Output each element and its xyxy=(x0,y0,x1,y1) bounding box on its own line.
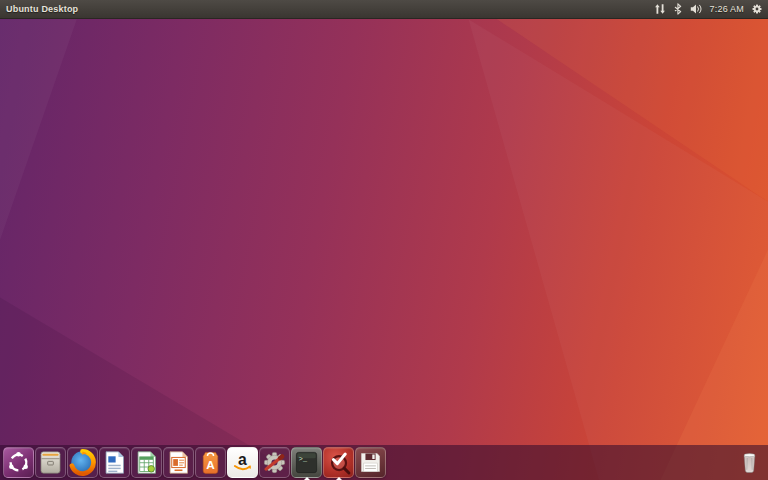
desktop-wallpaper xyxy=(0,0,768,480)
dash-home-icon xyxy=(5,449,32,476)
amazon-icon: a xyxy=(229,449,256,476)
launcher-item-firefox[interactable] xyxy=(67,447,98,478)
files-icon xyxy=(37,449,64,476)
launcher-item-libreoffice-calc[interactable] xyxy=(131,447,162,478)
svg-text:A: A xyxy=(206,458,215,472)
launcher-item-amazon[interactable]: a xyxy=(227,447,258,478)
ubuntu-software-icon: A xyxy=(197,449,224,476)
wallpaper-facet xyxy=(0,0,768,480)
check-magnifier-icon xyxy=(325,449,352,476)
system-tray: 7:26 AM xyxy=(652,2,768,16)
launcher-bar: Aa>_ xyxy=(0,445,768,480)
launcher-item-libreoffice-writer[interactable] xyxy=(99,447,130,478)
launcher-item-ubuntu-software[interactable]: A xyxy=(195,447,226,478)
active-app-title: Ubuntu Desktop xyxy=(0,4,78,14)
libreoffice-impress-icon xyxy=(165,449,192,476)
svg-text:a: a xyxy=(238,451,247,468)
wallpaper-facet xyxy=(0,0,768,480)
svg-text:>_: >_ xyxy=(299,455,308,463)
network-activity-icon[interactable] xyxy=(652,2,666,16)
system-settings-icon xyxy=(261,449,288,476)
libreoffice-calc-icon xyxy=(133,449,160,476)
wallpaper-facet xyxy=(0,0,768,480)
launcher-item-libreoffice-impress[interactable] xyxy=(163,447,194,478)
terminal-icon: >_ xyxy=(293,449,320,476)
wallpaper-facet xyxy=(0,0,768,480)
firefox-icon xyxy=(69,449,96,476)
wallpaper-facet xyxy=(0,0,768,480)
launcher-item-system-settings[interactable] xyxy=(259,447,290,478)
top-panel: Ubuntu Desktop 7:26 AM xyxy=(0,0,768,19)
launcher-item-files[interactable] xyxy=(35,447,66,478)
volume-icon[interactable] xyxy=(690,2,703,16)
ubuntu-desktop-screen: Ubuntu Desktop 7:26 AM Aa>_ xyxy=(0,0,768,480)
bluetooth-icon[interactable] xyxy=(673,2,683,16)
trash-icon xyxy=(736,449,763,476)
launcher-item-dash-home[interactable] xyxy=(3,447,34,478)
launcher-item-check-magnifier[interactable] xyxy=(323,447,354,478)
floppy-disk-icon xyxy=(357,449,384,476)
clock[interactable]: 7:26 AM xyxy=(710,4,744,14)
launcher-item-terminal[interactable]: >_ xyxy=(291,447,322,478)
libreoffice-writer-icon xyxy=(101,449,128,476)
session-gear-icon[interactable] xyxy=(751,2,763,16)
launcher-item-trash[interactable] xyxy=(734,447,765,478)
launcher-item-floppy-disk[interactable] xyxy=(355,447,386,478)
